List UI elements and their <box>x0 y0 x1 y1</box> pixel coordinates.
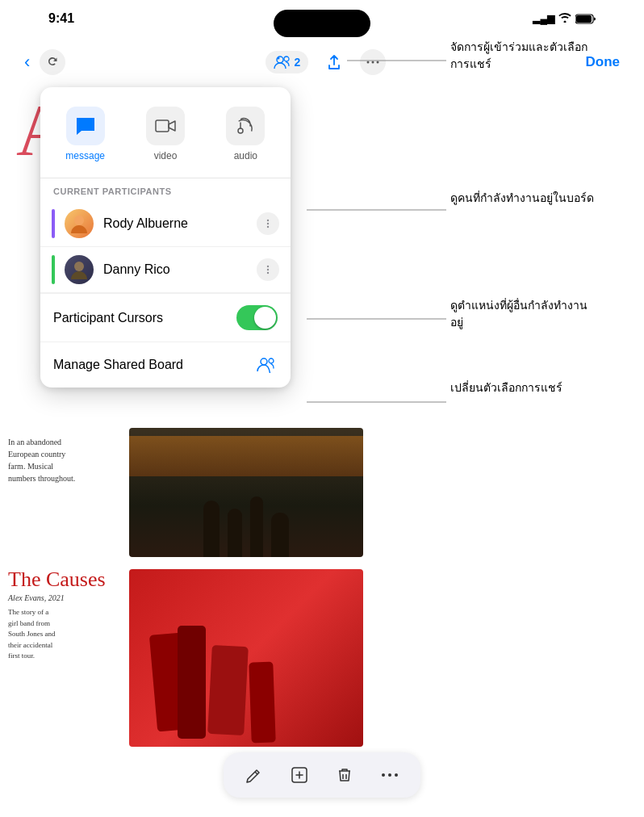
avatar-rody <box>65 209 94 238</box>
add-tool[interactable] <box>285 760 314 790</box>
video-icon-wrap <box>146 107 185 145</box>
toggle-label: Participant Cursors <box>53 311 227 325</box>
message-action[interactable]: message <box>48 100 122 168</box>
wifi-icon <box>558 12 571 25</box>
delete-tool[interactable] <box>330 760 359 790</box>
participant-bar-rody <box>52 209 55 238</box>
svg-rect-8 <box>156 120 169 132</box>
participant-danny[interactable]: Danny Rico <box>40 247 291 293</box>
participant-rody[interactable]: Rody Albuerne <box>40 201 291 247</box>
svg-point-16 <box>267 269 269 270</box>
participant-name-rody: Rody Albuerne <box>103 216 247 231</box>
toggle-knob <box>254 307 276 329</box>
svg-point-9 <box>238 128 243 133</box>
manage-shared-board-label: Manage Shared Board <box>53 358 245 372</box>
participant-cursors-row: Participant Cursors <box>40 293 291 342</box>
status-icons: ▂▄▆ <box>533 12 596 25</box>
svg-point-21 <box>382 773 385 777</box>
annotation-1: จัดการผู้เข้าร่วมและตัวเลือกการแชร์ <box>450 39 596 73</box>
battery-icon <box>575 14 596 24</box>
section-label: CURRENT PARTICIPANTS <box>40 178 291 201</box>
svg-point-14 <box>74 262 84 271</box>
svg-point-11 <box>267 220 269 221</box>
bottom-toolbar <box>224 752 420 798</box>
audio-action[interactable]: audio <box>209 100 282 168</box>
participant-more-rody[interactable] <box>257 212 279 235</box>
svg-point-12 <box>267 223 269 224</box>
video-action[interactable]: video <box>128 100 202 168</box>
video-label: video <box>154 150 178 161</box>
participant-bar-danny <box>52 255 55 284</box>
more-tool[interactable] <box>375 760 404 790</box>
audio-label: audio <box>234 150 257 161</box>
text-block-2: The Causes Alex Evans, 2021 The story of… <box>8 569 106 662</box>
signal-icon: ▂▄▆ <box>533 13 554 24</box>
quick-actions-row: message video <box>40 87 291 178</box>
annotation-3: ดูตำแหน่งที่ผู้อื่นกำลังทำงานอยู่ <box>450 297 596 331</box>
message-label: message <box>65 150 105 161</box>
svg-point-15 <box>267 266 269 267</box>
manage-shared-board-row[interactable]: Manage Shared Board <box>40 342 291 388</box>
manage-shared-board-icon <box>255 354 278 376</box>
svg-point-10 <box>74 216 84 225</box>
text-block-1: In an abandonedEuropean countryfarm. Mus… <box>8 436 75 484</box>
svg-point-19 <box>269 358 274 363</box>
message-icon-wrap <box>66 107 105 145</box>
audio-icon-wrap <box>226 107 265 145</box>
draw-tool[interactable] <box>240 760 269 790</box>
annotation-2: ดูคนที่กำลังทำงานอยู่ในบอร์ด <box>450 190 594 207</box>
svg-point-23 <box>395 773 398 777</box>
svg-point-13 <box>267 226 269 228</box>
svg-point-22 <box>388 773 391 777</box>
svg-point-18 <box>261 358 267 365</box>
participant-cursors-toggle[interactable] <box>236 305 278 330</box>
svg-point-17 <box>267 272 269 274</box>
participant-name-danny: Danny Rico <box>103 262 247 277</box>
dropdown-panel: message video <box>40 87 291 388</box>
participant-more-danny[interactable] <box>257 258 279 281</box>
annotation-4: เปลี่ยนตัวเลือกการแชร์ <box>450 379 562 396</box>
svg-rect-1 <box>576 15 592 23</box>
avatar-danny <box>65 255 94 284</box>
